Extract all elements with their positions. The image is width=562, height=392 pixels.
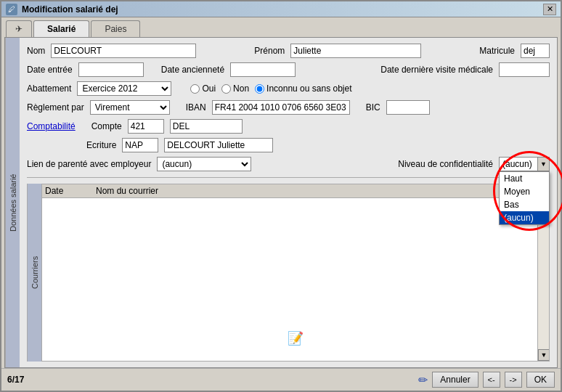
annuler-button[interactable]: Annuler [432,372,478,388]
bic-label: BIC [366,102,380,113]
row-reglement: Règlement par Virement Chèque Espèces IB… [27,100,550,115]
ecriture-code-input[interactable] [122,138,158,152]
radio-inconnu-label: Inconnu ou sans objet [266,83,351,94]
date-anciennete-label: Date ancienneté [161,65,224,75]
close-button[interactable]: ✕ [543,4,556,15]
niv-conf-option-haut[interactable]: Haut [500,172,549,185]
prenom-input[interactable] [290,44,421,58]
niv-conf-select-display[interactable]: (aucun) ▼ [499,157,550,171]
next-button[interactable]: -> [505,372,522,388]
date-anciennete-input[interactable] [230,62,296,77]
prenom-label: Prénom [254,46,285,56]
radio-non[interactable] [221,84,231,94]
content-area: Données salarié Nom Prénom Matricule Dat… [4,37,558,368]
courriers-side-label: Courriers [27,184,41,362]
niv-conf-current: (aucun) [500,159,537,169]
abattement-label: Abattement [27,83,71,94]
title-bar: 🖊 Modification salarié dej ✕ [1,1,561,17]
title-bar-text: Modification salarié dej [22,4,543,15]
nom-label: Nom [27,46,45,56]
main-window: 🖊 Modification salarié dej ✕ ✈ Salarié P… [0,0,562,392]
niv-conf-dropdown[interactable]: (aucun) ▼ Haut Moyen Bas (aucun) [499,157,550,171]
compte-label: Compte [91,121,122,131]
bic-input[interactable] [386,100,430,115]
radio-oui-group: Oui [190,83,216,94]
main-content: Nom Prénom Matricule Date entrée Date an… [20,38,557,367]
abattement-select[interactable]: Exercice 2012 Exercice 2011 Exercice 201… [77,81,171,96]
iban-input[interactable] [212,100,350,115]
col-nom-header: Nom du courrier [96,186,502,196]
courriers-wrapper: Courriers Date Nom du courrier Ct. AR ▲ [27,184,550,362]
row-abattement: Abattement Exercice 2012 Exercice 2011 E… [27,81,550,96]
ecriture-name-input[interactable] [164,138,273,152]
comptabilite-label[interactable]: Comptabilité [27,121,76,131]
tab-paies[interactable]: Paies [91,20,140,37]
tab-salarie-label: Salarié [47,24,76,34]
tabs-row: ✈ Salarié Paies [1,17,561,37]
scroll-track [538,210,549,349]
title-bar-icon: 🖊 [6,4,17,15]
pencil-icon: ✏ [418,373,428,387]
bottom-bar: 6/17 ✏ Annuler <- -> OK [1,368,561,391]
tab-icon[interactable]: ✈ [6,20,32,37]
reglement-label: Règlement par [27,102,84,113]
ok-button[interactable]: OK [526,372,555,388]
row-comptabilite: Comptabilité Compte [27,119,550,134]
niv-conf-list: Haut Moyen Bas (aucun) [499,171,550,225]
courriers-table-header: Date Nom du courrier Ct. AR [41,184,550,197]
radio-oui[interactable] [190,84,200,94]
radio-inconnu-group: Inconnu ou sans objet [255,83,351,94]
radio-non-label: Non [233,83,249,94]
tab-icon-label: ✈ [15,24,23,34]
compte-suffix-input[interactable] [170,119,243,134]
donnees-salarie-label: Données salarié [5,38,20,367]
date-entree-label: Date entrée [27,65,73,75]
row-nom: Nom Prénom Matricule [27,44,550,58]
tab-paies-label: Paies [105,24,126,34]
row-lien-conf: Lien de parenté avec employeur (aucun) C… [27,157,550,171]
matricule-label: Matricule [479,46,515,56]
iban-label: IBAN [186,102,206,113]
nom-input[interactable] [51,44,196,58]
matricule-input[interactable] [521,44,550,58]
scroll-down-button[interactable]: ▼ [538,349,550,361]
date-entree-input[interactable] [78,62,144,77]
tab-salarie[interactable]: Salarié [33,20,89,37]
date-visite-label: Date dernière visite médicale [380,65,493,75]
radio-inconnu[interactable] [255,84,264,94]
courriers-section: Date Nom du courrier Ct. AR ▲ ▼ [41,184,550,362]
row-ecriture: Ecriture [27,138,550,152]
col-date-header: Date [45,186,96,196]
separator [27,177,550,178]
niv-conf-label: Niveau de confidentialité [398,159,493,169]
radio-oui-label: Oui [202,83,216,94]
niv-conf-arrow[interactable]: ▼ [537,158,549,171]
row-dates: Date entrée Date ancienneté Date dernièr… [27,62,550,77]
lien-label: Lien de parenté avec employeur [27,159,151,169]
date-visite-input[interactable] [499,62,550,77]
niv-conf-option-aucun[interactable]: (aucun) [500,211,549,224]
compte-input[interactable] [128,119,164,134]
niv-conf-option-bas[interactable]: Bas [500,198,549,211]
ecriture-label: Ecriture [86,140,116,150]
courriers-body: ▲ ▼ 📝 [41,197,550,362]
reglement-select[interactable]: Virement Chèque Espèces [90,100,170,115]
text-cursor-icon: 📝 [288,330,304,346]
radio-non-group: Non [221,83,249,94]
lien-select[interactable]: (aucun) Conjoint Enfant [157,157,251,171]
prev-button[interactable]: <- [483,372,500,388]
page-number: 6/17 [7,375,24,385]
niv-conf-option-moyen[interactable]: Moyen [500,185,549,198]
